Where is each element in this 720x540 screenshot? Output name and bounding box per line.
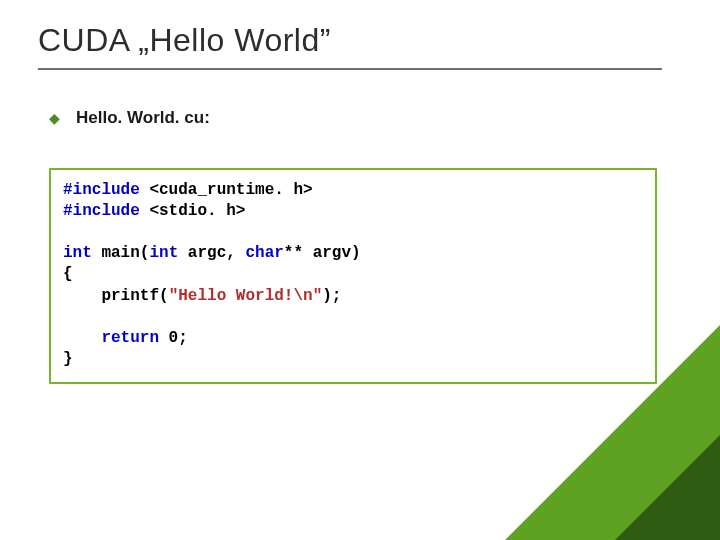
code-text: 0; [159,329,188,347]
title-underline [38,68,662,70]
code-text: printf( [63,287,169,305]
code-text [63,329,101,347]
code-line: #include <stdio. h> [63,201,643,222]
keyword: int [149,244,178,262]
code-text: <cuda_runtime. h> [140,181,313,199]
keyword: return [101,329,159,347]
string-literal: "Hello World!\n" [169,287,323,305]
keyword: #include [63,181,140,199]
code-text: main( [92,244,150,262]
bullet-item: ◆ Hello. World. cu: [49,108,210,128]
corner-decoration-dark [615,435,720,540]
code-text: <stdio. h> [140,202,246,220]
keyword: char [245,244,283,262]
code-line: { [63,264,643,285]
slide-title: CUDA „Hello World” [38,22,331,59]
code-text: ); [322,287,341,305]
slide: CUDA „Hello World” ◆ Hello. World. cu: #… [0,0,720,540]
diamond-bullet-icon: ◆ [49,110,60,126]
code-text: ** argv) [284,244,361,262]
code-line: printf("Hello World!\n"); [63,286,643,307]
keyword: int [63,244,92,262]
bullet-text: Hello. World. cu: [76,108,210,128]
code-text: argc, [178,244,245,262]
code-line: #include <cuda_runtime. h> [63,180,643,201]
code-blank-line [63,222,643,243]
keyword: #include [63,202,140,220]
code-line: int main(int argc, char** argv) [63,243,643,264]
